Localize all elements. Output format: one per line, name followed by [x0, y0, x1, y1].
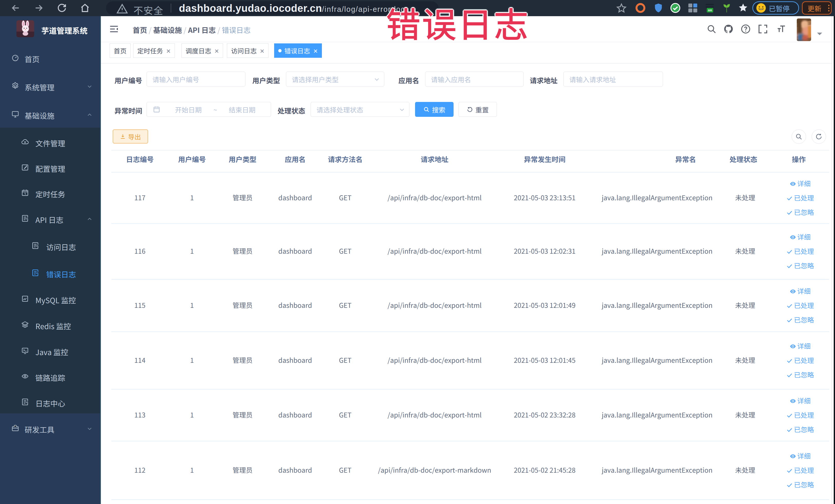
- svg-text:on: on: [708, 8, 712, 12]
